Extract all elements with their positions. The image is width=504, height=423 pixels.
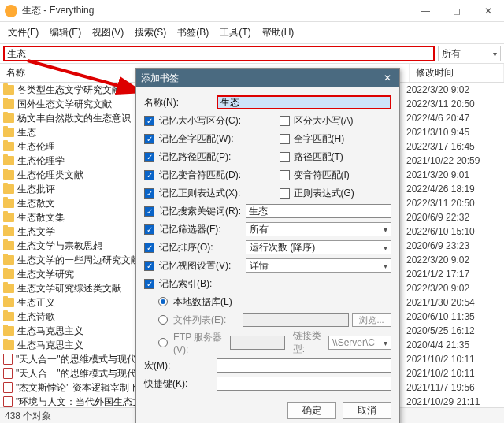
lbl-index: 记忆索引(B): [159, 277, 212, 291]
folder-icon [3, 340, 14, 350]
cb-index[interactable]: ✓ [144, 279, 154, 289]
folder-icon [3, 298, 14, 307]
shortcut-input[interactable] [217, 377, 391, 391]
lbl-diac: 记忆变音符匹配(D): [159, 169, 241, 182]
lbl-kw: 记忆搜索关键词(R): [159, 205, 243, 218]
opt-case[interactable]: ✓ [280, 116, 290, 126]
folder-icon [3, 227, 14, 236]
cb-case[interactable]: ✓ [144, 116, 154, 126]
folder-icon [3, 269, 14, 279]
radio-filelist[interactable] [158, 315, 168, 325]
lbl-flt: 记忆筛选器(F): [159, 223, 243, 236]
lbl-sort: 记忆排序(O): [159, 241, 243, 254]
filelist-input [243, 313, 349, 327]
chevron-down-icon: ▾ [384, 243, 387, 252]
shortcut-label: 快捷键(K): [144, 377, 213, 391]
search-value: 生态 [7, 47, 26, 61]
radio-local-lbl: 本地数据库(L) [173, 295, 232, 309]
cb-kw[interactable]: ✓ [144, 206, 154, 217]
opt-regex-lbl: 正则表达式(G) [294, 187, 354, 200]
col-date[interactable]: 修改时间 [410, 64, 504, 82]
lbl-regex: 记忆正则表达式(X): [159, 187, 240, 200]
opt-path-lbl: 路径匹配(T) [294, 150, 343, 164]
cb-path[interactable]: ✓ [144, 152, 154, 162]
file-date: 2020/6/9 23:23 [406, 240, 501, 251]
name-input[interactable]: 生态 [217, 95, 391, 109]
view-select[interactable]: 详情▾ [246, 258, 391, 273]
close-button[interactable]: ✕ [472, 0, 504, 22]
chevron-down-icon: ▾ [493, 50, 497, 58]
opt-path[interactable]: ✓ [280, 152, 290, 162]
chevron-down-icon: ▾ [384, 339, 387, 347]
lbl-view: 记忆视图设置(V): [159, 259, 243, 273]
dialog-close-button[interactable]: ✕ [380, 71, 395, 85]
cb-regex[interactable]: ✓ [144, 188, 154, 199]
menu-edit[interactable]: 编辑(E) [46, 24, 84, 41]
document-icon [3, 368, 13, 379]
radio-etp-lbl: ETP 服务器(V): [173, 331, 227, 355]
document-icon [3, 396, 13, 407]
browse-button: 浏览... [352, 313, 391, 327]
file-date: 2021/3/10 9:45 [406, 127, 501, 138]
status-text: 438 个对象 [5, 410, 51, 421]
menu-help[interactable]: 帮助(H) [259, 24, 298, 41]
menu-view[interactable]: 视图(V) [89, 24, 127, 41]
linktype-label: 链接类型: [293, 329, 325, 356]
menu-bookmarks[interactable]: 书签(B) [174, 24, 212, 41]
folder-icon [3, 85, 14, 95]
opt-whole-lbl: 全字匹配(H) [294, 132, 345, 146]
cb-view[interactable]: ✓ [144, 261, 154, 271]
menu-bar: 文件(F) 编辑(E) 视图(V) 搜索(S) 书签(B) 工具(T) 帮助(H… [0, 22, 504, 44]
search-input[interactable]: 生态 [3, 46, 435, 61]
name-label: 名称(N): [144, 96, 213, 109]
opt-regex[interactable]: ✓ [280, 188, 290, 199]
file-date: 2021/1/2 17:17 [406, 269, 501, 280]
kw-input[interactable]: 生态 [246, 204, 391, 218]
file-date: 2022/4/26 18:19 [406, 184, 501, 195]
macro-input[interactable] [217, 358, 391, 373]
folder-icon [3, 326, 14, 336]
file-date: 2022/4/6 20:47 [406, 113, 501, 124]
file-date: 2022/3/20 9:02 [406, 283, 501, 294]
kw-val: 生态 [249, 205, 268, 218]
file-date: 2022/3/11 20:50 [406, 98, 501, 109]
radio-etp[interactable] [158, 338, 168, 347]
folder-icon [3, 99, 14, 109]
radio-filelist-lbl: 文件列表(E): [173, 314, 239, 327]
sort-select[interactable]: 运行次数 (降序)▾ [246, 240, 391, 254]
window-titlebar: 生态 - Everything — ◻ ✕ [0, 0, 504, 22]
file-date: 2021/10/22 20:59 [406, 155, 501, 166]
maximize-button[interactable]: ◻ [441, 0, 472, 22]
cancel-button[interactable]: 取消 [343, 402, 391, 419]
folder-icon [3, 312, 14, 321]
file-date: 2020/5/25 16:12 [406, 325, 501, 336]
flt-val: 所有 [250, 223, 269, 236]
minimize-button[interactable]: — [410, 0, 441, 22]
cb-sort[interactable]: ✓ [144, 243, 154, 253]
radio-local[interactable] [158, 297, 168, 306]
cb-diac[interactable]: ✓ [144, 170, 154, 180]
opt-whole[interactable]: ✓ [280, 134, 290, 144]
add-bookmark-dialog: 添加书签 ✕ 名称(N): 生态 ✓ 记忆大小写区分(C): ✓区分大小写(A)… [135, 68, 400, 423]
file-date: 2022/3/11 20:50 [406, 198, 501, 209]
menu-search[interactable]: 搜索(S) [132, 24, 169, 41]
menu-tools[interactable]: 工具(T) [217, 24, 254, 41]
document-icon [3, 354, 13, 365]
view-val: 详情 [250, 259, 269, 273]
file-date: 2021/10/29 21:11 [406, 396, 501, 407]
folder-icon [3, 128, 14, 137]
window-title: 生态 - Everything [22, 4, 94, 17]
search-row: 生态 所有 ▾ [0, 44, 504, 64]
opt-diac[interactable]: ✓ [280, 170, 290, 180]
sort-val: 运行次数 (降序) [250, 241, 315, 254]
file-date: 2021/11/7 19:56 [406, 382, 501, 393]
filter-select[interactable]: 所有 ▾ [438, 46, 501, 61]
menu-file[interactable]: 文件(F) [5, 24, 42, 41]
dialog-titlebar: 添加书签 ✕ [136, 69, 399, 87]
cb-whole[interactable]: ✓ [144, 134, 154, 144]
file-date: 2020/6/9 22:32 [406, 212, 501, 223]
cb-flt[interactable]: ✓ [144, 224, 154, 235]
flt-select[interactable]: 所有▾ [246, 222, 391, 236]
linktype-val: \\Server\C [332, 337, 375, 348]
ok-button[interactable]: 确定 [287, 402, 336, 419]
